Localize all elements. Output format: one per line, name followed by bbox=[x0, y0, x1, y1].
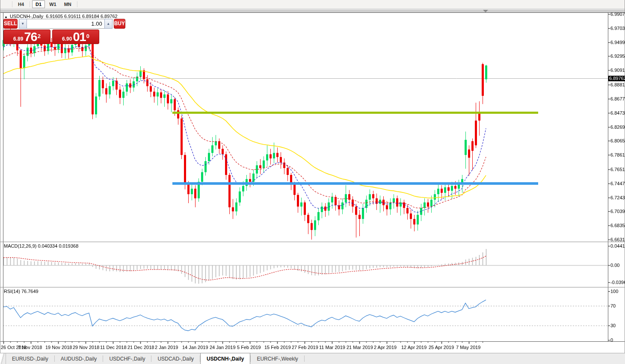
rsi-axis-label: 30 bbox=[610, 323, 616, 328]
macd-axis-label: 0.044143 bbox=[610, 243, 625, 249]
price-axis-label: 6.66310 bbox=[610, 237, 625, 242]
macd-axis-label: 0.00 bbox=[610, 263, 619, 268]
date-axis-label: 19 Nov 2018 bbox=[45, 345, 72, 350]
date-axis-label: 7 May 2019 bbox=[456, 345, 480, 350]
one-click-trading-panel: SELL ▼ ▲ BUY 6.89 76 2 6.90 01 0 bbox=[3, 19, 99, 44]
price-axis-label: 6.84730 bbox=[610, 110, 625, 115]
price-axis-label: 6.88810 bbox=[610, 82, 625, 87]
price-axis-label: 6.76510 bbox=[610, 167, 625, 172]
price-axis-label: 6.80650 bbox=[610, 138, 625, 143]
macd-indicator-label: MACD(12,26,9) 0.040334 0.019368 bbox=[4, 243, 78, 249]
date-axis-label: 5 Feb 2019 bbox=[237, 345, 261, 350]
macd-pane-separator[interactable] bbox=[0, 242, 625, 242]
price-axis-label: 6.94990 bbox=[610, 40, 625, 45]
trading-platform-window: H4D1W1MN ▲USDCNH-,Daily 6.91605 6.91611 … bbox=[0, 0, 625, 364]
date-axis-label: 11 Mar 2019 bbox=[319, 345, 345, 350]
tab-eurusd-daily[interactable]: EURUSD-,Daily bbox=[6, 353, 54, 364]
tab-audusd-daily[interactable]: AUDUSD-,Daily bbox=[55, 353, 103, 364]
date-axis-label: 2 Apr 2019 bbox=[374, 345, 397, 350]
window-left-edge bbox=[0, 0, 0, 364]
tab-separator bbox=[304, 355, 305, 362]
volume-spinner: ▼ ▲ bbox=[19, 19, 113, 29]
date-axis-label: 7 Nov 2018 bbox=[18, 345, 42, 350]
price-axis-label: 6.68350 bbox=[610, 223, 625, 228]
date-axis-label: 21 Dec 2018 bbox=[127, 345, 154, 350]
sell-price-sup: 2 bbox=[38, 30, 41, 43]
date-axis-label: 12 Apr 2019 bbox=[401, 345, 427, 350]
resistance-line[interactable] bbox=[172, 112, 538, 114]
volume-input[interactable] bbox=[27, 19, 104, 29]
buy-price-small: 6.90 bbox=[62, 36, 72, 42]
sell-price-small: 6.89 bbox=[13, 36, 23, 42]
support-line[interactable] bbox=[172, 182, 538, 185]
rsi-axis-label: 100 bbox=[610, 289, 618, 294]
buy-quote-button[interactable]: 6.90 01 0 bbox=[52, 30, 99, 44]
tab-eurchf-weekly[interactable]: EURCHF-,Weekly bbox=[251, 353, 304, 364]
price-axis-label: 6.70390 bbox=[610, 209, 625, 214]
buy-price-big: 01 bbox=[73, 31, 86, 42]
chart-shift-marker-icon[interactable] bbox=[483, 10, 488, 12]
tab-usdchf-daily[interactable]: USDCHF-,Daily bbox=[103, 353, 151, 364]
chart-title-symbol: USDCNH-,Daily bbox=[10, 14, 43, 19]
price-axis-line bbox=[608, 13, 608, 341]
macd-axis-label: -0.03964 bbox=[610, 280, 625, 285]
sell-button[interactable]: SELL bbox=[3, 19, 18, 29]
price-axis-label: 6.82690 bbox=[610, 124, 625, 130]
chart-window-top-strip bbox=[0, 9, 625, 12]
date-axis-label: 2 Jan 2019 bbox=[155, 345, 178, 350]
chart-title-ohlc: 6.91605 6.91611 6.89184 6.89762 bbox=[46, 14, 117, 19]
volume-increase-icon[interactable]: ▲ bbox=[104, 19, 113, 29]
buy-button[interactable]: BUY bbox=[114, 19, 125, 29]
collapse-panel-icon[interactable]: ▲ bbox=[4, 15, 8, 19]
date-axis-label: 25 Apr 2019 bbox=[429, 345, 454, 350]
chart-title: ▲USDCNH-,Daily 6.91605 6.91611 6.89184 6… bbox=[4, 14, 118, 19]
chart-left-border bbox=[3, 13, 3, 341]
date-axis-label: 11 Dec 2018 bbox=[100, 345, 127, 350]
tab-usdcad-daily[interactable]: USDCAD-,Daily bbox=[151, 353, 200, 364]
price-axis-label: 6.99070 bbox=[610, 12, 625, 17]
rsi-axis-label: 70 bbox=[610, 303, 616, 308]
price-axis-label: 6.92950 bbox=[610, 53, 625, 59]
price-axis-label: 6.74470 bbox=[610, 181, 625, 186]
date-axis-label: 29 Nov 2018 bbox=[73, 345, 99, 350]
date-axis-label: 24 Jan 2019 bbox=[210, 345, 236, 350]
price-axis-label: 6.90910 bbox=[610, 68, 625, 73]
sell-price-big: 76 bbox=[24, 31, 37, 42]
rsi-indicator-label: RSI(14) 76.7649 bbox=[4, 289, 39, 294]
date-axis-label: 21 Mar 2019 bbox=[347, 345, 373, 350]
price-axis-label: 6.78610 bbox=[610, 152, 625, 157]
date-axis-label: 15 Feb 2019 bbox=[264, 345, 291, 350]
date-axis-label: 27 Feb 2019 bbox=[292, 345, 318, 350]
price-axis-label: 6.97030 bbox=[610, 26, 625, 31]
current-price-tag: 6.89762 bbox=[608, 76, 625, 81]
buy-price-sup: 0 bbox=[86, 30, 89, 43]
chart-top-border bbox=[0, 12, 625, 13]
chart-tab-bar: EURUSD-,DailyAUDUSD-,DailyUSDCHF-,DailyU… bbox=[0, 353, 625, 364]
date-axis-border bbox=[0, 341, 625, 342]
volume-decrease-icon[interactable]: ▼ bbox=[19, 19, 27, 29]
rsi-pane-separator[interactable] bbox=[0, 287, 625, 287]
price-axis-label: 6.86770 bbox=[610, 96, 625, 101]
date-axis-label: 14 Jan 2019 bbox=[182, 345, 208, 350]
sell-quote-button[interactable]: 6.89 76 2 bbox=[3, 30, 50, 44]
price-axis-label: 6.72430 bbox=[610, 195, 625, 200]
tab-usdcnh-daily[interactable]: USDCNH-,Daily bbox=[200, 353, 250, 364]
tab-scroll-stub[interactable] bbox=[0, 353, 6, 364]
rsi-axis-label: 0 bbox=[610, 337, 613, 343]
